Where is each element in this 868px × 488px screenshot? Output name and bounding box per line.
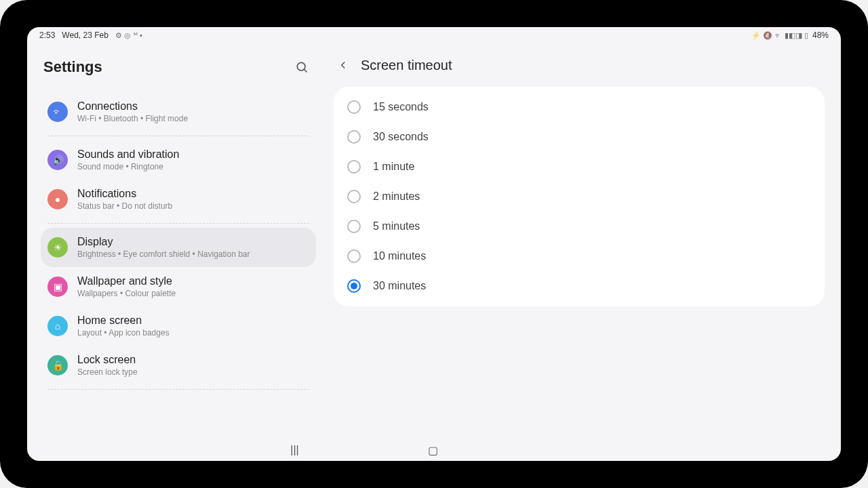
search-icon xyxy=(295,60,309,74)
nav-home-button[interactable]: ▢ xyxy=(428,444,438,457)
radio-icon xyxy=(347,130,361,144)
search-button[interactable] xyxy=(290,56,313,79)
status-date: Wed, 23 Feb xyxy=(62,30,108,40)
radio-icon xyxy=(347,190,361,203)
lock-icon: 🔒 xyxy=(47,355,68,375)
sidebar-item-subtitle: Layout • App icon badges xyxy=(77,328,309,338)
sidebar-item-title: Home screen xyxy=(77,314,309,327)
sidebar-item-title: Notifications xyxy=(77,188,309,200)
sidebar-divider xyxy=(47,136,309,136)
sidebar-item-display[interactable]: ☀ Display Brightness • Eye comfort shiel… xyxy=(41,228,316,267)
option-label: 1 minute xyxy=(373,161,414,173)
status-icons-right: ⚡ 🔇 ᯤ ▮◧◨ ▯ xyxy=(751,30,808,40)
sidebar-item-title: Connections xyxy=(77,100,309,113)
sidebar-item-home-screen[interactable]: ⌂ Home screen Layout • App icon badges xyxy=(41,306,316,346)
radio-icon xyxy=(347,249,361,263)
sidebar-item-connections[interactable]: ᯤ Connections Wi-Fi • Bluetooth • Flight… xyxy=(41,92,316,131)
option-30m[interactable]: 30 minutes xyxy=(342,271,816,301)
sidebar-item-subtitle: Sound mode • Ringtone xyxy=(77,162,309,171)
option-15s[interactable]: 15 seconds xyxy=(342,92,816,122)
sidebar-item-title: Wallpaper and style xyxy=(77,275,309,287)
sidebar-item-subtitle: Wallpapers • Colour palette xyxy=(77,289,309,298)
sidebar-item-title: Lock screen xyxy=(77,354,309,366)
sound-icon: 🔊 xyxy=(47,150,68,170)
sidebar-divider xyxy=(47,389,309,390)
notifications-icon: ● xyxy=(47,189,68,209)
radio-icon xyxy=(347,160,361,174)
option-10m[interactable]: 10 minutes xyxy=(342,241,816,271)
option-1m[interactable]: 1 minute xyxy=(342,152,816,182)
sidebar-item-title: Display xyxy=(77,236,309,248)
option-label: 10 minutes xyxy=(373,250,426,262)
option-label: 30 seconds xyxy=(373,131,429,143)
options-card: 15 seconds 30 seconds 1 minute 2 minutes… xyxy=(334,87,825,306)
status-time: 2:53 xyxy=(39,30,55,40)
detail-title: Screen timeout xyxy=(361,58,452,73)
battery-percent: 48% xyxy=(812,30,829,40)
sidebar-divider xyxy=(47,223,309,224)
radio-icon xyxy=(347,279,361,293)
option-label: 2 minutes xyxy=(373,190,420,203)
wifi-icon: ᯤ xyxy=(47,102,68,122)
settings-sidebar: Settings ᯤ Connections Wi-Fi • Bluetooth… xyxy=(27,43,326,439)
nav-recent-button[interactable]: ||| xyxy=(290,444,298,456)
radio-icon xyxy=(347,220,361,233)
status-icons-left: ⚙ ◎ ᴹ • xyxy=(115,30,142,40)
option-5m[interactable]: 5 minutes xyxy=(342,211,816,241)
sidebar-item-wallpaper-style[interactable]: ▣ Wallpaper and style Wallpapers • Colou… xyxy=(41,267,316,306)
radio-icon xyxy=(347,100,361,114)
sidebar-item-lock-screen[interactable]: 🔒 Lock screen Screen lock type xyxy=(41,346,316,385)
display-icon: ☀ xyxy=(47,237,68,258)
sidebar-item-subtitle: Wi-Fi • Bluetooth • Flight mode xyxy=(77,114,309,123)
sidebar-item-subtitle: Status bar • Do not disturb xyxy=(77,201,309,211)
option-label: 5 minutes xyxy=(373,220,420,232)
svg-line-1 xyxy=(304,70,307,73)
wallpaper-icon: ▣ xyxy=(47,277,68,297)
nav-bar: ||| ▢ 〈 xyxy=(27,439,841,461)
home-icon: ⌂ xyxy=(47,316,68,336)
chevron-left-icon xyxy=(337,59,349,71)
sidebar-item-sounds-vibration[interactable]: 🔊 Sounds and vibration Sound mode • Ring… xyxy=(41,140,316,180)
option-label: 15 seconds xyxy=(373,101,429,113)
back-button[interactable] xyxy=(334,56,353,75)
option-label: 30 minutes xyxy=(373,280,426,292)
sidebar-item-subtitle: Screen lock type xyxy=(77,367,309,377)
sidebar-item-notifications[interactable]: ● Notifications Status bar • Do not dist… xyxy=(41,180,316,219)
sidebar-item-subtitle: Brightness • Eye comfort shield • Naviga… xyxy=(77,249,309,259)
svg-point-0 xyxy=(297,62,305,70)
sidebar-item-title: Sounds and vibration xyxy=(77,148,309,161)
option-30s[interactable]: 30 seconds xyxy=(342,122,816,152)
status-bar: 2:53 Wed, 23 Feb ⚙ ◎ ᴹ • ⚡ 🔇 ᯤ ▮◧◨ ▯ 48% xyxy=(27,27,841,43)
page-title: Settings xyxy=(43,58,102,76)
detail-pane: Screen timeout 15 seconds 30 seconds 1 m… xyxy=(326,43,841,439)
option-2m[interactable]: 2 minutes xyxy=(342,182,816,211)
